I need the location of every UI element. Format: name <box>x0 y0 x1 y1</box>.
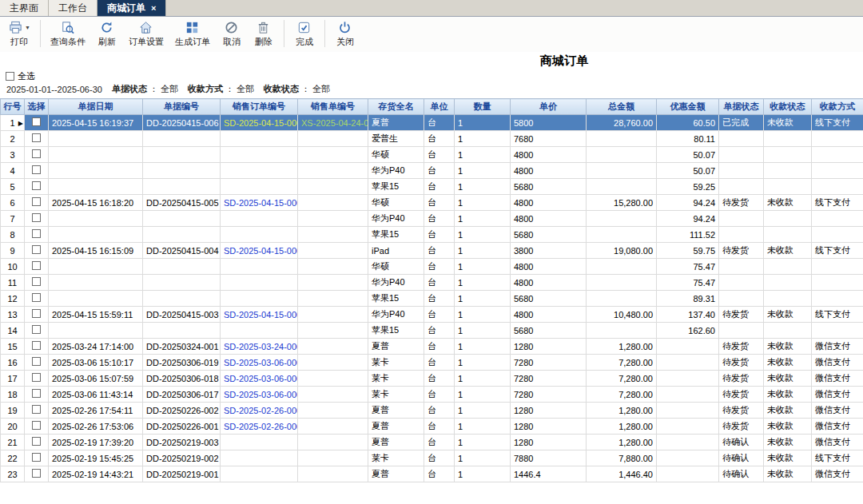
column-header[interactable]: 单据状态 <box>719 99 764 115</box>
sales-order-link[interactable]: SD-2025-02-26-00003 <box>224 406 298 415</box>
row-checkbox[interactable] <box>32 293 41 302</box>
row-checkbox[interactable] <box>32 357 41 366</box>
table-row[interactable]: 132025-04-15 15:59:11DD-20250415-003SD-2… <box>1 307 863 323</box>
select-all-checkbox[interactable] <box>6 72 14 81</box>
row-checkbox[interactable] <box>32 261 41 270</box>
row-checkbox[interactable] <box>32 389 41 398</box>
item-name-cell: 华硕 <box>368 147 424 163</box>
table-row[interactable]: 5苹果15台1568059.25 <box>1 179 863 195</box>
row-checkbox[interactable] <box>32 309 41 318</box>
table-row[interactable]: 10华硕台1480075.47 <box>1 259 863 275</box>
column-header[interactable]: 单据日期 <box>49 99 143 115</box>
column-header[interactable]: 行号 <box>1 99 25 115</box>
row-number: 9 <box>1 243 25 259</box>
sales-no-cell <box>298 371 368 387</box>
row-checkbox[interactable] <box>32 229 41 238</box>
close-button[interactable]: 关闭 <box>329 18 361 50</box>
column-header[interactable]: 优惠金额 <box>657 99 719 115</box>
table-row[interactable]: 62025-04-15 16:18:20DD-20250415-005SD-20… <box>1 195 863 211</box>
sales-order-link[interactable]: SD-2025-02-26-00002 <box>224 422 298 431</box>
table-row[interactable]: 152025-03-24 17:14:00DD-20250324-001SD-2… <box>1 339 863 355</box>
tab-mall-orders[interactable]: 商城订单× <box>97 0 166 16</box>
row-checkbox[interactable] <box>32 405 41 414</box>
column-header[interactable]: 存货全名 <box>368 99 424 115</box>
sales-no-cell <box>298 355 368 371</box>
item-name-cell: 莱卡 <box>368 355 424 371</box>
table-row[interactable]: 212025-02-19 17:39:20DD-20250219-003夏普台1… <box>1 435 863 450</box>
row-checkbox[interactable] <box>32 325 41 334</box>
order-settings-button[interactable]: 订单设置 <box>123 18 169 50</box>
doc-date-cell: 2025-03-24 17:14:00 <box>49 339 143 355</box>
refresh-button[interactable]: 刷新 <box>91 18 123 50</box>
column-header[interactable]: 销售订单编号 <box>221 99 298 115</box>
row-checkbox[interactable] <box>32 437 41 446</box>
delete-button[interactable]: 删除 <box>248 18 280 50</box>
table-row[interactable]: 172025-03-06 15:07:59DD-20250306-018SD-2… <box>1 371 863 387</box>
table-row[interactable]: 182025-03-06 11:43:14DD-20250306-017SD-2… <box>1 387 863 403</box>
discount-amount-cell: 59.75 <box>657 243 719 259</box>
row-checkbox[interactable] <box>32 469 41 478</box>
table-row[interactable]: 1▶2025-04-15 16:19:37DD-20250415-006SD-2… <box>1 115 863 131</box>
query-conditions-button[interactable]: 查询条件 <box>45 18 91 50</box>
qty-cell: 1 <box>455 371 511 387</box>
row-checkbox[interactable] <box>32 165 41 174</box>
row-checkbox[interactable] <box>32 277 41 286</box>
grid-wrapper: 行号选择单据日期单据编号销售订单编号销售单编号存货全名单位数量单价总金额优惠金额… <box>0 98 863 482</box>
row-number: 20 <box>1 419 25 435</box>
tab-main[interactable]: 主界面 <box>0 0 49 16</box>
row-checkbox[interactable] <box>32 117 41 126</box>
row-checkbox[interactable] <box>32 453 41 462</box>
table-row[interactable]: 192025-02-26 17:54:11DD-20250226-002SD-2… <box>1 403 863 419</box>
table-row[interactable]: 3华硕台1480050.07 <box>1 147 863 163</box>
sales-order-link[interactable]: SD-2025-03-06-00023 <box>224 358 298 367</box>
table-row[interactable]: 232025-02-19 14:43:21DD-20250219-001夏普台1… <box>1 466 863 482</box>
row-checkbox[interactable] <box>32 341 41 350</box>
row-checkbox[interactable] <box>32 213 41 222</box>
row-checkbox[interactable] <box>32 197 41 206</box>
column-header[interactable]: 数量 <box>455 99 511 115</box>
table-row[interactable]: 4华为P40台1480050.07 <box>1 163 863 179</box>
table-row[interactable]: 222025-02-19 15:45:25DD-20250219-002莱卡台1… <box>1 450 863 466</box>
generate-order-button[interactable]: 生成订单 <box>169 18 216 50</box>
column-header[interactable]: 收款状态 <box>764 99 812 115</box>
row-checkbox[interactable] <box>32 245 41 254</box>
sales-order-link[interactable]: SD-2025-04-15-00044 <box>224 198 298 208</box>
table-row[interactable]: 14苹果15台15680162.60 <box>1 323 863 339</box>
doc-status-cell: 待发货 <box>719 371 764 387</box>
column-header[interactable]: 收款方式 <box>812 99 863 115</box>
print-button[interactable]: ▼打印 <box>2 18 36 50</box>
column-header[interactable]: 销售单编号 <box>298 99 368 115</box>
cancel-button[interactable]: 取消 <box>216 18 248 50</box>
sales-slip-link[interactable]: XS-2025-04-24-00013 <box>301 118 368 128</box>
tab-close-icon[interactable]: × <box>151 3 156 13</box>
dropdown-caret-icon[interactable]: ▼ <box>25 25 30 30</box>
table-row[interactable]: 92025-04-15 16:15:09DD-20250415-004SD-20… <box>1 243 863 259</box>
row-checkbox[interactable] <box>32 149 41 158</box>
sales-order-link[interactable]: SD-2025-03-06-00021 <box>224 390 298 399</box>
complete-button[interactable]: 完成 <box>288 18 320 50</box>
column-header[interactable]: 单价 <box>511 99 587 115</box>
row-checkbox[interactable] <box>32 373 41 382</box>
column-header[interactable]: 总金额 <box>587 99 657 115</box>
table-row[interactable]: 8苹果15台15680111.52 <box>1 227 863 243</box>
row-checkbox[interactable] <box>32 421 41 430</box>
row-checkbox[interactable] <box>32 181 41 190</box>
table-row[interactable]: 12苹果15台1568089.31 <box>1 291 863 307</box>
table-row[interactable]: 11华为P40台1480075.47 <box>1 275 863 291</box>
column-header[interactable]: 单位 <box>424 99 455 115</box>
sales-order-link[interactable]: SD-2025-04-15-00043 <box>224 246 298 256</box>
table-row[interactable]: 202025-02-26 17:53:06DD-20250226-001SD-2… <box>1 419 863 435</box>
tab-workbench[interactable]: 工作台 <box>49 0 97 16</box>
row-select-cell <box>25 147 49 163</box>
sales-order-link[interactable]: SD-2025-04-15-00045 <box>224 118 298 128</box>
column-header[interactable]: 单据编号 <box>143 99 221 115</box>
sales-order-link[interactable]: SD-2025-04-15-00042 <box>224 310 298 319</box>
table-row[interactable]: 7华为P40台1480094.24 <box>1 211 863 227</box>
sales-order-link[interactable]: SD-2025-03-06-00022 <box>224 374 298 383</box>
table-row[interactable]: 2爱普生台1768080.11 <box>1 131 863 147</box>
table-row[interactable]: 162025-03-06 15:10:17DD-20250306-019SD-2… <box>1 355 863 371</box>
row-checkbox[interactable] <box>32 133 41 142</box>
column-header[interactable]: 选择 <box>25 99 49 115</box>
qty-cell: 1 <box>455 131 511 147</box>
sales-order-link[interactable]: SD-2025-03-24-00027 <box>224 342 298 351</box>
